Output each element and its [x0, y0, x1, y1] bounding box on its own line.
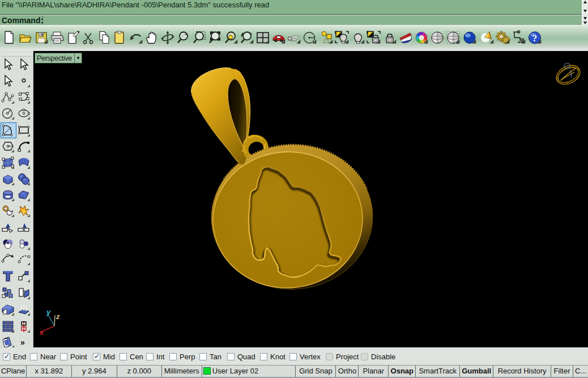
svg-text:?: ? — [532, 33, 538, 44]
svg-text:x: x — [39, 328, 44, 337]
svg-text:»: » — [20, 338, 25, 347]
svg-text:z: z — [56, 312, 60, 321]
svg-text:-: - — [185, 30, 187, 37]
svg-text:y: y — [46, 308, 51, 316]
